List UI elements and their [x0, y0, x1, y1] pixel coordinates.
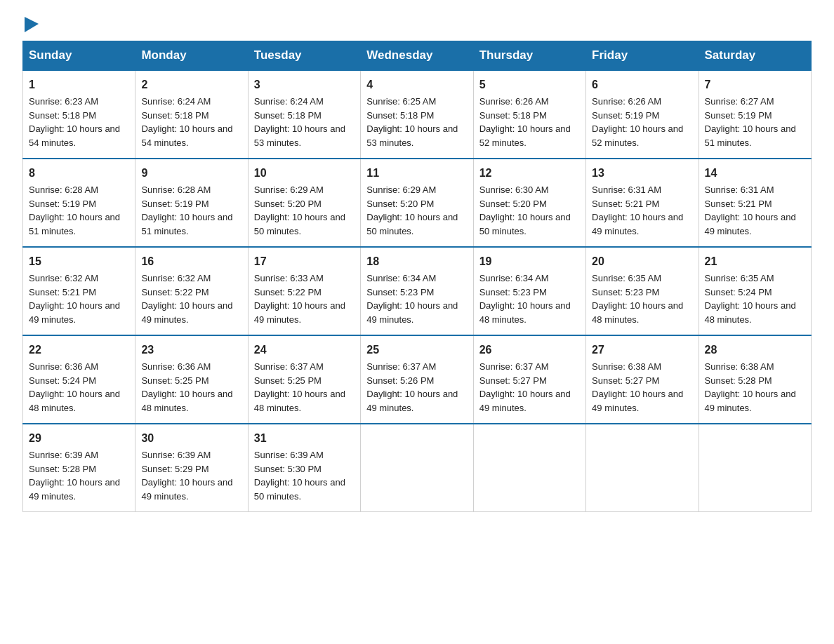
day-info: Sunrise: 6:31 AMSunset: 5:21 PMDaylight:…: [705, 183, 805, 238]
day-number: 22: [29, 342, 129, 358]
day-cell: [361, 424, 473, 512]
day-number: 28: [705, 342, 805, 358]
day-cell: [699, 424, 811, 512]
day-number: 8: [29, 165, 129, 182]
day-cell: 30Sunrise: 6:39 AMSunset: 5:29 PMDayligh…: [135, 424, 248, 512]
day-number: 24: [254, 342, 355, 358]
day-number: 2: [141, 76, 241, 93]
day-number: 7: [705, 76, 805, 93]
day-cell: 4Sunrise: 6:25 AMSunset: 5:18 PMDaylight…: [361, 70, 473, 159]
day-info: Sunrise: 6:28 AMSunset: 5:19 PMDaylight:…: [141, 183, 241, 238]
day-cell: 22Sunrise: 6:36 AMSunset: 5:24 PMDayligh…: [23, 335, 135, 424]
header-cell-saturday: Saturday: [699, 41, 811, 71]
day-number: 1: [29, 76, 129, 93]
day-cell: 14Sunrise: 6:31 AMSunset: 5:21 PMDayligh…: [699, 159, 811, 247]
day-cell: 6Sunrise: 6:26 AMSunset: 5:19 PMDaylight…: [586, 70, 699, 159]
day-number: 21: [705, 253, 805, 270]
calendar-header: SundayMondayTuesdayWednesdayThursdayFrid…: [23, 41, 812, 71]
day-info: Sunrise: 6:39 AMSunset: 5:29 PMDaylight:…: [141, 448, 241, 503]
day-info: Sunrise: 6:39 AMSunset: 5:28 PMDaylight:…: [29, 448, 129, 503]
day-cell: 12Sunrise: 6:30 AMSunset: 5:20 PMDayligh…: [473, 159, 585, 247]
svg-marker-0: [25, 17, 39, 32]
day-cell: 9Sunrise: 6:28 AMSunset: 5:19 PMDaylight…: [135, 159, 248, 247]
day-info: Sunrise: 6:25 AMSunset: 5:18 PMDaylight:…: [366, 95, 467, 149]
day-info: Sunrise: 6:34 AMSunset: 5:23 PMDaylight:…: [479, 271, 580, 326]
day-info: Sunrise: 6:39 AMSunset: 5:30 PMDaylight:…: [254, 448, 355, 503]
day-cell: 21Sunrise: 6:35 AMSunset: 5:24 PMDayligh…: [699, 247, 811, 335]
header-cell-friday: Friday: [586, 41, 699, 71]
day-info: Sunrise: 6:30 AMSunset: 5:20 PMDaylight:…: [479, 183, 580, 238]
week-row-0: 1Sunrise: 6:23 AMSunset: 5:18 PMDaylight…: [23, 70, 812, 159]
day-info: Sunrise: 6:35 AMSunset: 5:23 PMDaylight:…: [592, 271, 692, 326]
header-row: SundayMondayTuesdayWednesdayThursdayFrid…: [23, 41, 812, 71]
day-info: Sunrise: 6:38 AMSunset: 5:27 PMDaylight:…: [592, 360, 692, 415]
day-cell: 13Sunrise: 6:31 AMSunset: 5:21 PMDayligh…: [586, 159, 699, 247]
day-cell: 23Sunrise: 6:36 AMSunset: 5:25 PMDayligh…: [135, 335, 248, 424]
day-cell: 27Sunrise: 6:38 AMSunset: 5:27 PMDayligh…: [586, 335, 699, 424]
week-row-4: 29Sunrise: 6:39 AMSunset: 5:28 PMDayligh…: [23, 424, 812, 512]
day-info: Sunrise: 6:35 AMSunset: 5:24 PMDaylight:…: [705, 271, 805, 326]
day-number: 6: [592, 76, 692, 93]
day-cell: 5Sunrise: 6:26 AMSunset: 5:18 PMDaylight…: [473, 70, 585, 159]
day-number: 14: [705, 165, 805, 182]
day-info: Sunrise: 6:37 AMSunset: 5:27 PMDaylight:…: [479, 360, 580, 415]
day-number: 13: [592, 165, 692, 182]
day-cell: 20Sunrise: 6:35 AMSunset: 5:23 PMDayligh…: [586, 247, 699, 335]
day-cell: 18Sunrise: 6:34 AMSunset: 5:23 PMDayligh…: [361, 247, 473, 335]
day-cell: 29Sunrise: 6:39 AMSunset: 5:28 PMDayligh…: [23, 424, 135, 512]
day-info: Sunrise: 6:26 AMSunset: 5:18 PMDaylight:…: [479, 95, 580, 149]
day-info: Sunrise: 6:37 AMSunset: 5:25 PMDaylight:…: [254, 360, 355, 415]
day-number: 20: [592, 253, 692, 270]
day-number: 18: [366, 253, 467, 270]
day-info: Sunrise: 6:28 AMSunset: 5:19 PMDaylight:…: [29, 183, 129, 238]
day-cell: 15Sunrise: 6:32 AMSunset: 5:21 PMDayligh…: [23, 247, 135, 335]
header-cell-sunday: Sunday: [23, 41, 135, 71]
day-info: Sunrise: 6:29 AMSunset: 5:20 PMDaylight:…: [366, 183, 467, 238]
header-cell-thursday: Thursday: [473, 41, 585, 71]
day-number: 11: [366, 165, 467, 182]
day-number: 15: [29, 253, 129, 270]
day-number: 31: [254, 430, 355, 447]
day-number: 30: [141, 430, 241, 447]
day-number: 26: [479, 342, 580, 358]
day-number: 27: [592, 342, 692, 358]
day-cell: 8Sunrise: 6:28 AMSunset: 5:19 PMDaylight…: [23, 159, 135, 247]
calendar-table: SundayMondayTuesdayWednesdayThursdayFrid…: [22, 41, 812, 512]
day-number: 29: [29, 430, 129, 447]
day-info: Sunrise: 6:24 AMSunset: 5:18 PMDaylight:…: [254, 95, 355, 149]
day-number: 10: [254, 165, 355, 182]
day-cell: 19Sunrise: 6:34 AMSunset: 5:23 PMDayligh…: [473, 247, 585, 335]
header-cell-tuesday: Tuesday: [248, 41, 360, 71]
day-info: Sunrise: 6:33 AMSunset: 5:22 PMDaylight:…: [254, 271, 355, 326]
header-cell-wednesday: Wednesday: [361, 41, 473, 71]
day-cell: 16Sunrise: 6:32 AMSunset: 5:22 PMDayligh…: [135, 247, 248, 335]
day-cell: 24Sunrise: 6:37 AMSunset: 5:25 PMDayligh…: [248, 335, 360, 424]
day-number: 19: [479, 253, 580, 270]
day-number: 3: [254, 76, 355, 93]
week-row-3: 22Sunrise: 6:36 AMSunset: 5:24 PMDayligh…: [23, 335, 812, 424]
day-number: 5: [479, 76, 580, 93]
day-cell: 11Sunrise: 6:29 AMSunset: 5:20 PMDayligh…: [361, 159, 473, 247]
day-info: Sunrise: 6:24 AMSunset: 5:18 PMDaylight:…: [141, 95, 241, 149]
day-info: Sunrise: 6:32 AMSunset: 5:21 PMDaylight:…: [29, 271, 129, 326]
day-number: 25: [366, 342, 467, 358]
logo-flag-icon: [25, 17, 39, 32]
logo: [22, 17, 39, 32]
calendar-body: 1Sunrise: 6:23 AMSunset: 5:18 PMDaylight…: [23, 70, 812, 512]
day-info: Sunrise: 6:36 AMSunset: 5:25 PMDaylight:…: [141, 360, 241, 415]
day-info: Sunrise: 6:27 AMSunset: 5:19 PMDaylight:…: [705, 95, 805, 149]
day-info: Sunrise: 6:37 AMSunset: 5:26 PMDaylight:…: [366, 360, 467, 415]
day-number: 12: [479, 165, 580, 182]
day-info: Sunrise: 6:26 AMSunset: 5:19 PMDaylight:…: [592, 95, 692, 149]
page-header: [0, 0, 834, 41]
week-row-2: 15Sunrise: 6:32 AMSunset: 5:21 PMDayligh…: [23, 247, 812, 335]
week-row-1: 8Sunrise: 6:28 AMSunset: 5:19 PMDaylight…: [23, 159, 812, 247]
day-cell: 3Sunrise: 6:24 AMSunset: 5:18 PMDaylight…: [248, 70, 360, 159]
day-cell: 28Sunrise: 6:38 AMSunset: 5:28 PMDayligh…: [699, 335, 811, 424]
day-info: Sunrise: 6:23 AMSunset: 5:18 PMDaylight:…: [29, 95, 129, 149]
day-info: Sunrise: 6:34 AMSunset: 5:23 PMDaylight:…: [366, 271, 467, 326]
header-cell-monday: Monday: [135, 41, 248, 71]
day-number: 4: [366, 76, 467, 93]
day-cell: 26Sunrise: 6:37 AMSunset: 5:27 PMDayligh…: [473, 335, 585, 424]
day-cell: [473, 424, 585, 512]
